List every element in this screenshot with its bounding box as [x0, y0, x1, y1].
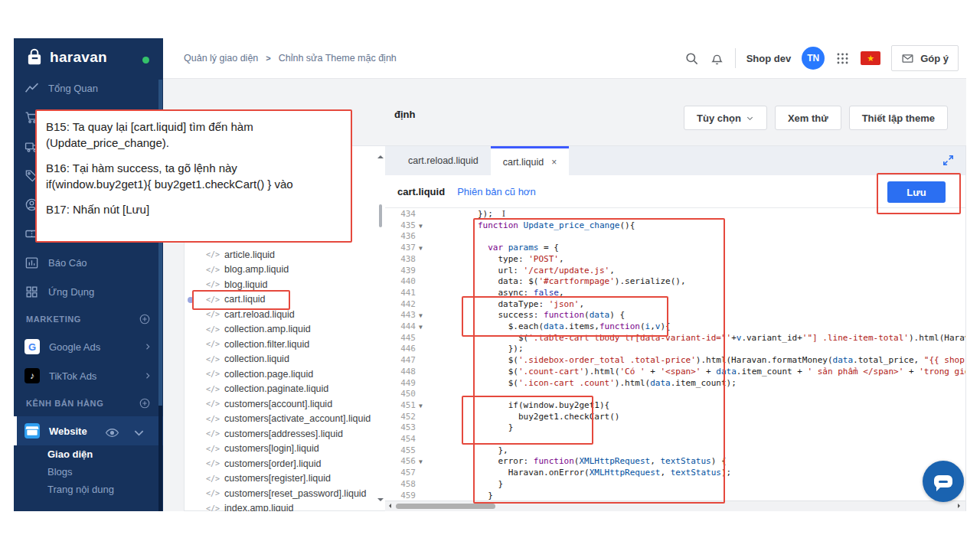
scroll-down-arrow-icon[interactable] [377, 498, 384, 504]
older-version-link[interactable]: Phiên bản cũ hơn [457, 186, 536, 197]
scroll-up-arrow-icon[interactable] [377, 152, 384, 158]
file-item-customers[login].liquid[interactable]: </>customers[login].liquid [185, 442, 376, 457]
fold-arrow-icon[interactable]: ▼ [419, 311, 423, 322]
breadcrumb-edit-theme[interactable]: Chỉnh sửa Theme mặc định [279, 53, 397, 64]
file-item-customers[activate_account].liquid[interactable]: </>customers[activate_account].liquid [185, 412, 376, 427]
sidebar-subitem-giao-diện[interactable]: Giao diện [14, 445, 163, 463]
fold-arrow-icon[interactable]: ▼ [419, 243, 423, 255]
sidebar-item-tiktok-ads[interactable]: ♪TikTok Ads [14, 361, 163, 390]
code-line-443: 443▼ success: function(data) { [385, 310, 965, 321]
google-icon: G [24, 339, 40, 354]
line-number: 446 [385, 344, 416, 355]
plus-circle-icon[interactable] [139, 313, 151, 325]
file-item-cart.liquid[interactable]: </>cart.liquid [185, 292, 376, 308]
sidebar-item-website[interactable]: Website [14, 416, 163, 445]
file-tree-scrollbar[interactable] [376, 146, 385, 510]
fold-arrow-icon[interactable]: ▼ [419, 322, 423, 334]
section-title: MARKETING [26, 315, 81, 324]
file-item-article.liquid[interactable]: </>article.liquid [185, 247, 376, 262]
chevron-right-icon [143, 371, 152, 380]
line-number: 445 [385, 333, 416, 344]
file-item-blog.amp.liquid[interactable]: </>blog.amp.liquid [185, 262, 376, 278]
chevron-down-icon[interactable] [132, 425, 146, 437]
scroll-right-arrow-icon[interactable] [958, 504, 962, 508]
bell-icon[interactable] [710, 51, 724, 66]
file-tree-scrollbar-thumb[interactable] [379, 204, 382, 227]
file-item-collection.liquid[interactable]: </>collection.liquid [185, 352, 376, 367]
fold-arrow-icon[interactable]: ▼ [419, 401, 423, 412]
fold-arrow-icon[interactable]: ▼ [419, 457, 423, 468]
code-text: buy2get1.checkCart() [437, 412, 619, 423]
file-name: customers[activate_account].liquid [224, 413, 371, 424]
file-item-collection.page.liquid[interactable]: </>collection.page.liquid [185, 367, 376, 382]
horizontal-scrollbar-thumb[interactable] [396, 504, 495, 509]
chat-support-button[interactable] [923, 461, 964, 502]
haravan-logo[interactable]: haravan [24, 47, 107, 67]
options-button[interactable]: Tùy chọn [684, 106, 767, 130]
tab-cart-reload-liquid[interactable]: cart.reload.liquid [396, 146, 491, 175]
line-number: 444 [385, 321, 416, 333]
apps-grid-icon[interactable] [835, 51, 850, 66]
code-line-438: 438 type: 'POST', [385, 254, 965, 266]
breadcrumb-theme-manager[interactable]: Quản lý giao diện [184, 53, 258, 64]
file-name: customers[login].liquid [224, 443, 319, 454]
file-item-index.amp.liquid[interactable]: </>index.amp.liquid [185, 501, 376, 512]
close-tab-icon[interactable]: × [551, 157, 557, 168]
theme-settings-button[interactable]: Thiết lập theme [849, 106, 948, 130]
file-item-customers[addresses].liquid[interactable]: </>customers[addresses].liquid [185, 426, 376, 442]
search-icon[interactable] [684, 51, 699, 66]
file-item-customers[order].liquid[interactable]: </>customers[order].liquid [185, 456, 376, 471]
file-item-cart.reload.liquid[interactable]: </>cart.reload.liquid [185, 307, 376, 322]
sidebar-item-báo-cáo[interactable]: Báo Cáo [14, 248, 163, 277]
save-button[interactable]: Lưu [887, 181, 946, 203]
note-line: (Update_price_change). [46, 135, 341, 151]
code-text: $('.sidebox-order_total .total-price').h… [437, 355, 965, 367]
code-line-456: 456▼ error: function(XMLHttpRequest, tex… [385, 456, 965, 468]
marketing-section-header: MARKETING [14, 306, 163, 332]
line-number: 434 [385, 209, 416, 220]
website-icon [24, 423, 40, 439]
line-number: 454 [385, 434, 416, 445]
sidebar-item-tổng-quan[interactable]: Tổng Quan [14, 73, 163, 103]
file-item-collection.amp.liquid[interactable]: </>collection.amp.liquid [185, 322, 376, 337]
plus-circle-icon[interactable] [139, 397, 151, 409]
eye-icon[interactable] [105, 425, 119, 437]
file-name: collection.paginate.liquid [224, 383, 328, 394]
shop-name[interactable]: Shop dev [746, 53, 792, 64]
code-textarea[interactable]: 434 });I435▼ function Update_price_chang… [385, 207, 965, 500]
fullscreen-expand-icon[interactable] [942, 154, 955, 167]
tab-cart-liquid[interactable]: cart.liquid × [491, 146, 570, 175]
envelope-icon [901, 52, 914, 65]
theme-settings-label: Thiết lập theme [862, 112, 935, 124]
file-name: blog.amp.liquid [224, 264, 289, 275]
vietnam-flag-icon[interactable]: ★ [861, 51, 880, 65]
line-number: 456 [385, 456, 416, 468]
file-item-collection.filter.liquid[interactable]: </>collection.filter.liquid [185, 337, 376, 352]
feedback-button[interactable]: Góp ý [891, 45, 959, 71]
file-item-customers[reset_password].liquid[interactable]: </>customers[reset_password].liquid [185, 486, 376, 501]
scroll-left-arrow-icon[interactable] [387, 504, 391, 508]
sidebar-item-ứng-dụng[interactable]: Ứng Dụng [14, 277, 163, 306]
code-line-455: 455 }, [385, 445, 965, 457]
line-number: 458 [385, 479, 416, 491]
line-number: 451 [385, 400, 416, 412]
preview-button[interactable]: Xem thử [775, 106, 841, 130]
code-text: $.each(data.items,function(i,v){ [437, 321, 671, 333]
sidebar-subitem-trang-nội-dung[interactable]: Trang nội dung [14, 481, 163, 498]
sidebar-subitem-blogs[interactable]: Blogs [14, 463, 163, 481]
code-text: });I [437, 209, 505, 220]
breadcrumb-chevron-icon: > [266, 54, 270, 63]
file-item-customers[account].liquid[interactable]: </>customers[account].liquid [185, 396, 376, 412]
code-line-448: 448 $('.count-cart').html('Có ' + '<span… [385, 367, 965, 378]
tutorial-note-overlay: B15: Ta quay lại [cart.liquid] tìm đến h… [35, 109, 352, 243]
avatar[interactable]: TN [802, 47, 825, 70]
file-item-collection.paginate.liquid[interactable]: </>collection.paginate.liquid [185, 382, 376, 397]
code-text: } [437, 491, 493, 501]
file-item-customers[register].liquid[interactable]: </>customers[register].liquid [185, 471, 376, 487]
fold-arrow-icon[interactable]: ▼ [419, 221, 423, 233]
sidebar-item-google-ads[interactable]: GGoogle Ads [14, 332, 163, 361]
editor-horizontal-scrollbar[interactable] [385, 500, 965, 511]
line-number: 449 [385, 378, 416, 390]
sidebar-scrollbar-thumb[interactable] [158, 406, 162, 511]
file-item-blog.liquid[interactable]: </>blog.liquid [185, 277, 376, 292]
